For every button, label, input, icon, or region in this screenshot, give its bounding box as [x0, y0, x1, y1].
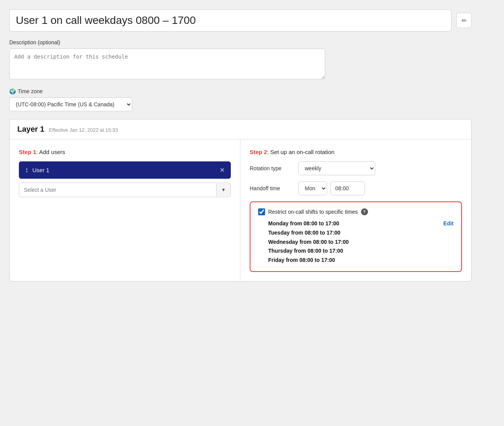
page-container: ✏ Description (optional) 🌍 Time zone (UT…: [9, 9, 472, 282]
schedule-item-wednesday: Wednesday from 08:00 to 17:00: [268, 238, 454, 247]
handoff-time-label: Handoff time: [250, 185, 292, 191]
step1-number: Step 1: [19, 149, 36, 155]
step1-panel: Step 1: Add users ↕ User 1 ✕ ▼: [10, 139, 240, 281]
layer-card: Layer 1 Effective Jan 12, 2022 at 15:33 …: [9, 119, 472, 282]
timezone-section: 🌍 Time zone (UTC-08:00) Pacific Time (US…: [9, 88, 472, 111]
layer-effective: Effective Jan 12, 2022 at 15:33: [49, 127, 118, 133]
step2-panel: Step 2: Set up an on-call rotation Rotat…: [240, 139, 471, 281]
step2-label: Step 2: Set up an on-call rotation: [250, 149, 462, 155]
edit-icon: ✏: [462, 17, 467, 24]
drag-handle-icon[interactable]: ↕: [25, 166, 29, 174]
select-user-input[interactable]: [19, 183, 216, 197]
edit-schedules-link[interactable]: Edit: [444, 219, 454, 228]
handoff-selects: Mon Sun Tue Wed Thu Fri Sat: [298, 181, 365, 195]
rotation-type-row: Rotation type weekly daily custom: [250, 161, 462, 175]
globe-icon: 🌍: [9, 88, 16, 94]
step1-label: Step 1: Add users: [19, 149, 231, 155]
timezone-label: 🌍 Time zone: [9, 88, 472, 94]
description-label: Description (optional): [9, 39, 472, 45]
restrict-box: Restrict on-call shifts to specific time…: [250, 201, 462, 272]
user-chip-name: User 1: [32, 167, 49, 173]
step2-number: Step 2: [250, 149, 267, 155]
schedule-item-friday: Friday from 08:00 to 17:00: [268, 256, 454, 265]
help-icon[interactable]: ?: [361, 208, 368, 215]
timezone-select[interactable]: (UTC-08:00) Pacific Time (US & Canada) (…: [9, 97, 132, 111]
select-user-dropdown-button[interactable]: ▼: [216, 183, 230, 196]
schedule-title-input[interactable]: [9, 9, 452, 32]
schedule-item-monday: Monday from 08:00 to 17:00 Edit: [268, 219, 454, 228]
dropdown-arrow-icon: ▼: [221, 187, 226, 193]
layer-body: Step 1: Add users ↕ User 1 ✕ ▼: [10, 139, 471, 281]
select-user-wrapper: ▼: [19, 183, 231, 197]
title-row: ✏: [9, 9, 472, 32]
handoff-time-input[interactable]: [330, 181, 365, 195]
edit-title-button[interactable]: ✏: [456, 13, 472, 28]
remove-user-button[interactable]: ✕: [220, 166, 225, 174]
handoff-day-select[interactable]: Mon Sun Tue Wed Thu Fri Sat: [298, 181, 327, 195]
schedule-item-tuesday: Tuesday from 08:00 to 17:00: [268, 228, 454, 238]
schedule-item-thursday: Thursday from 08:00 to 17:00: [268, 247, 454, 256]
user-chip: ↕ User 1 ✕: [19, 161, 231, 179]
handoff-time-row: Handoff time Mon Sun Tue Wed Thu Fri Sat: [250, 181, 462, 195]
description-section: Description (optional): [9, 39, 472, 81]
schedule-list: Monday from 08:00 to 17:00 Edit Tuesday …: [258, 219, 454, 265]
layer-title: Layer 1: [17, 125, 44, 134]
rotation-type-label: Rotation type: [250, 165, 292, 171]
rotation-type-select[interactable]: weekly daily custom: [298, 161, 375, 175]
restrict-checkbox[interactable]: [258, 208, 265, 215]
restrict-header: Restrict on-call shifts to specific time…: [258, 208, 454, 215]
layer-header: Layer 1 Effective Jan 12, 2022 at 15:33: [10, 119, 471, 139]
restrict-label: Restrict on-call shifts to specific time…: [268, 209, 358, 215]
description-textarea[interactable]: [9, 49, 325, 79]
user-chip-left: ↕ User 1: [25, 166, 49, 174]
